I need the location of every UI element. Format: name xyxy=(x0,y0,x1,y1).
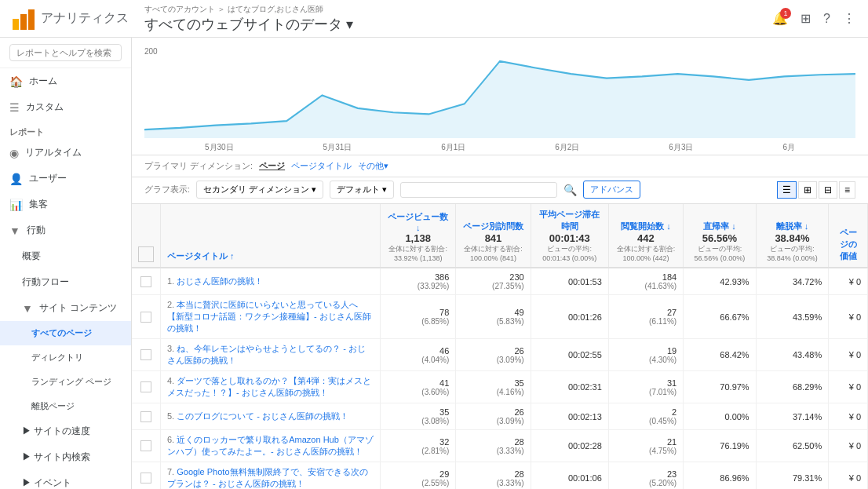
page-title-link[interactable]: このブログについて - おじさん医師の挑戦！ xyxy=(177,411,348,421)
th-page-value[interactable]: ページの価値 xyxy=(829,204,868,268)
sidebar-item-home[interactable]: 🏠 ホーム xyxy=(0,68,131,94)
page-title-link[interactable]: 近くのロッカーで繁り取れるAmazon Hub（アマゾンハブ）使ってみたよー。-… xyxy=(167,435,374,456)
row-pageviews: 32 (2.81%) xyxy=(381,430,456,462)
dimension-link-other[interactable]: その他▾ xyxy=(358,160,388,172)
row-page-title-cell: 4. ダーツで落とし取れるのか？【第4弾：実はメスとメスだった！？】- おじさん… xyxy=(161,371,381,403)
row-pageviews: 29 (2.55%) xyxy=(381,462,456,490)
sidebar-item-realtime[interactable]: ◉ リアルタイム xyxy=(0,140,131,166)
row-checkbox[interactable] xyxy=(140,276,151,287)
th-unique-pageviews[interactable]: ページ別訪問数 841 全体に対する割合: 100.00% (841) xyxy=(456,204,531,268)
sidebar-item-acquisition[interactable]: 📊 集客 xyxy=(0,192,131,217)
row-checkbox-cell xyxy=(132,268,161,295)
help-button[interactable]: ? xyxy=(823,12,830,26)
th-entrances[interactable]: 閲覧開始数 ↓ 442 全体に対する割合: 100.00% (442) xyxy=(608,204,683,268)
breadcrumb-area: すべてのアカウント ＞ はてなブログ,おじさん医師 すべてのウェブサイトのデータ… xyxy=(144,4,772,34)
svg-rect-2 xyxy=(28,9,35,30)
chart-x-label-1: 5月31日 xyxy=(323,142,352,153)
row-pageviews: 386 (33.92%) xyxy=(381,268,456,295)
sidebar-item-site-speed[interactable]: ▶ サイトの速度 xyxy=(0,418,131,444)
sidebar-item-label: 概要 xyxy=(22,250,41,263)
row-unique-pageviews: 35 (4.16%) xyxy=(456,371,531,403)
table-row: 7. Google Photo無料無制限終了で、安宿できる次のプランは？ - お… xyxy=(132,462,868,490)
row-page-title-cell: 7. Google Photo無料無制限終了で、安宿できる次のプランは？ - お… xyxy=(161,462,381,490)
row-checkbox[interactable] xyxy=(140,440,151,451)
graph-label: グラフ表示: xyxy=(144,184,190,195)
sidebar-item-exit-page[interactable]: 離脱ページ xyxy=(0,394,131,418)
search-icon[interactable]: 🔍 xyxy=(563,184,577,196)
th-bounce-rate[interactable]: 直帰率 ↓ 56.56% ビューの平均: 56.56% (0.00%) xyxy=(684,204,757,268)
row-exit-rate: 79.31% xyxy=(756,462,829,490)
realtime-icon: ◉ xyxy=(9,147,19,159)
sidebar-item-overview[interactable]: 概要 xyxy=(0,243,131,269)
page-title-link[interactable]: おじさん医師の挑戦！ xyxy=(177,276,263,286)
sort-type-btn[interactable]: デフォルト ▾ xyxy=(330,181,394,199)
sort-label: デフォルト ▾ xyxy=(337,184,387,195)
chart-x-label-0: 5月30日 xyxy=(205,142,234,153)
row-bounce-rate: 76.19% xyxy=(684,430,757,462)
row-entrances: 19 (4.30%) xyxy=(608,339,683,371)
sidebar-item-events[interactable]: ▶ イベント xyxy=(0,470,131,489)
sidebar-item-directory[interactable]: ディレクトリ xyxy=(0,345,131,370)
row-page-value: ¥ 0 xyxy=(829,430,868,462)
row-checkbox[interactable] xyxy=(140,381,151,392)
view-pivot-btn[interactable]: ⊟ xyxy=(819,181,837,199)
sidebar: 🏠 ホーム ☰ カスタム レポート ◉ リアルタイム 👤 ユーザー 📊 集客 xyxy=(0,38,132,489)
row-exit-rate: 62.50% xyxy=(756,430,829,462)
sidebar-item-site-search[interactable]: ▶ サイト内検索 xyxy=(0,444,131,470)
sidebar-item-all-pages[interactable]: すべてのページ xyxy=(0,321,131,345)
row-checkbox[interactable] xyxy=(140,473,151,484)
breadcrumb-main[interactable]: すべてのウェブサイトのデータ ▾ xyxy=(144,15,772,34)
dimension-link-page[interactable]: ページ xyxy=(259,160,285,172)
page-title-link[interactable]: Google Photo無料無制限終了で、安宿できる次のプランは？ - おじさん… xyxy=(167,467,368,488)
chart-xaxis: 5月30日 5月31日 6月1日 6月2日 6月3日 6月 xyxy=(144,140,855,155)
row-page-value: ¥ 0 xyxy=(829,462,868,490)
row-entrances: 184 (41.63%) xyxy=(608,268,683,295)
row-bounce-rate: 42.93% xyxy=(684,268,757,295)
sidebar-item-landing-page[interactable]: ランディング ページ xyxy=(0,370,131,394)
svg-rect-1 xyxy=(20,14,27,30)
apps-button[interactable]: ⊞ xyxy=(801,11,811,26)
sidebar-item-label: ▶ イベント xyxy=(22,476,71,489)
custom-icon: ☰ xyxy=(9,101,20,114)
dimension-link-pagetitle[interactable]: ページタイトル xyxy=(291,160,352,172)
row-avg-time: 00:02:28 xyxy=(531,430,608,462)
row-checkbox[interactable] xyxy=(140,312,151,323)
notification-button[interactable]: 🔔 1 xyxy=(772,11,788,26)
row-pageviews: 46 (4.04%) xyxy=(381,339,456,371)
th-page-title[interactable]: ページタイトル ↑ xyxy=(161,204,381,268)
view-compare-btn[interactable]: ⊞ xyxy=(798,181,817,199)
th-exit-rate[interactable]: 離脱率 ↓ 38.84% ビューの平均: 38.84% (0.00%) xyxy=(756,204,829,268)
row-num: 4. xyxy=(167,376,174,385)
row-entrances: 27 (6.11%) xyxy=(608,295,683,339)
page-title-link[interactable]: ね、今年レモンはやらせようとしてるの？ - おじさん医師の挑戦！ xyxy=(167,344,366,365)
secondary-dimension-btn[interactable]: セカンダリ ディメンション ▾ xyxy=(196,181,323,199)
page-title-link[interactable]: 本当に贅沢に医師にいらないと思っている人へ【新型コロナ話題：ワクチン接種編】- … xyxy=(167,300,371,333)
sidebar-item-behavior-flow[interactable]: 行動フロー xyxy=(0,269,131,295)
view-data-btn[interactable]: ☰ xyxy=(777,181,797,199)
row-unique-pageviews: 230 (27.35%) xyxy=(456,268,531,295)
controls-area: プライマリ ディメンション: ページ ページタイトル その他▾ xyxy=(132,155,868,177)
row-checkbox[interactable] xyxy=(140,411,151,422)
view-custom-btn[interactable]: ≡ xyxy=(839,181,855,199)
table-row: 3. ね、今年レモンはやらせようとしてるの？ - おじさん医師の挑戦！ 46 (… xyxy=(132,339,868,371)
sidebar-item-label: ランディング ページ xyxy=(31,376,111,388)
th-avg-time[interactable]: 平均ページ滞在時間 00:01:43 ビューの平均: 00:01:43 (0.0… xyxy=(531,204,608,268)
search-input[interactable] xyxy=(9,44,122,61)
table-row: 2. 本当に贅沢に医師にいらないと思っている人へ【新型コロナ話題：ワクチン接種編… xyxy=(132,295,868,339)
row-checkbox-cell xyxy=(132,403,161,430)
page-title-link[interactable]: ダーツで落とし取れるのか？【第4弾：実はメスとメスだった！？】- おじさん医師の… xyxy=(167,376,371,397)
table-search-input[interactable] xyxy=(400,182,557,198)
sidebar-item-site-content[interactable]: ▼ サイト コンテンツ xyxy=(0,295,131,321)
sidebar-item-behavior[interactable]: ▼ 行動 xyxy=(0,217,131,243)
sidebar-item-custom[interactable]: ☰ カスタム xyxy=(0,94,131,120)
advanced-button[interactable]: アドバンス xyxy=(583,181,640,199)
row-checkbox[interactable] xyxy=(140,349,151,360)
row-page-value: ¥ 0 xyxy=(829,268,868,295)
select-all-checkbox[interactable] xyxy=(138,246,154,262)
sidebar-item-label: カスタム xyxy=(26,100,64,114)
chart-x-label-3: 6月2日 xyxy=(555,142,579,153)
more-button[interactable]: ⋮ xyxy=(843,11,855,26)
th-pageviews[interactable]: ページビュー数 ↓ 1,138 全体に対する割合: 33.92% (1,138) xyxy=(381,204,456,268)
sidebar-item-users[interactable]: 👤 ユーザー xyxy=(0,166,131,192)
svg-rect-0 xyxy=(13,19,19,30)
